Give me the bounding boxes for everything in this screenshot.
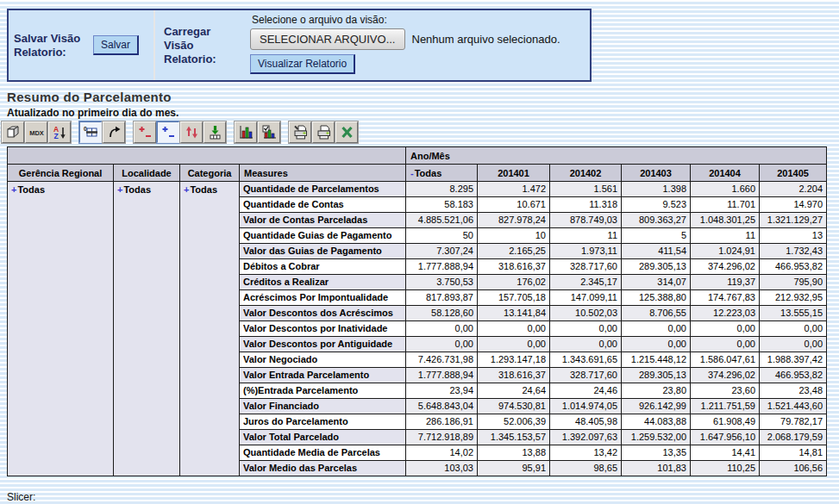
value-cell: 7.426.731,98	[406, 352, 478, 368]
column-header-201403[interactable]: 201403	[622, 165, 691, 182]
value-cell: 809.363,27	[622, 213, 691, 228]
value-cell: 10.502,03	[550, 306, 622, 321]
sort-icon: AZ	[52, 124, 68, 140]
value-cell: 0,00	[691, 321, 760, 337]
value-cell: 98,65	[550, 461, 622, 476]
show-empty-button[interactable]: 0	[79, 121, 102, 143]
save-view-section: Salvar Visão Relatorio: Salvar	[9, 10, 153, 80]
value-cell: 48.405,98	[550, 414, 622, 430]
value-cell: 0,00	[406, 337, 478, 352]
page: Salvar Visão Relatorio: Salvar Carregar …	[0, 0, 839, 504]
measure-label-cell: Valor das Guias de Pagamento	[240, 244, 406, 259]
value-cell: 13,42	[550, 445, 622, 461]
member-label: Todas	[123, 184, 151, 195]
svg-text:0: 0	[84, 126, 87, 132]
value-cell: 7.712.918,89	[406, 430, 478, 445]
drill-through-button[interactable]	[203, 121, 226, 143]
column-header-201402[interactable]: 201402	[550, 165, 622, 182]
swap-axes-button[interactable]	[103, 121, 125, 143]
value-cell: 61.908,49	[691, 414, 760, 430]
value-cell: 0,00	[691, 337, 760, 352]
value-cell: 1.521.443,60	[760, 399, 827, 414]
dimension-member-cell-2[interactable]: +Todas	[180, 182, 240, 476]
print-button[interactable]	[312, 121, 335, 143]
value-cell: 9.523	[622, 197, 691, 213]
toolbar-group: MDXAZ	[2, 121, 72, 143]
value-cell: 11	[691, 228, 760, 244]
svg-text:Z: Z	[53, 132, 58, 140]
value-cell: 13	[760, 228, 827, 244]
value-cell: 95,91	[478, 461, 550, 476]
select-file-button[interactable]: SELECIONAR ARQUIVO...	[250, 28, 405, 50]
value-cell: 0,00	[622, 337, 691, 352]
slicer-label: Slicer:	[7, 491, 35, 503]
save-button[interactable]: Salvar	[93, 35, 139, 55]
export-excel-icon	[339, 124, 355, 140]
column-header-201404[interactable]: 201404	[691, 165, 760, 182]
mdx-button[interactable]: MDX	[25, 121, 47, 143]
value-cell: 1.660	[691, 182, 760, 197]
value-cell: 0,00	[406, 321, 478, 337]
value-cell: 827.978,24	[478, 213, 550, 228]
value-cell: 147.099,11	[550, 290, 622, 306]
export-excel-button[interactable]	[335, 121, 358, 143]
olap-navigator-button[interactable]	[2, 121, 24, 143]
measure-label-cell: Créditos a Realizar	[240, 275, 406, 290]
measure-label-cell: Juros do Parcelamento	[240, 414, 406, 430]
value-cell: 2.204	[760, 182, 827, 197]
value-cell: 974.530,81	[478, 399, 550, 414]
value-cell: 1.259.532,00	[622, 430, 691, 445]
print-config-button[interactable]	[289, 121, 311, 143]
drill-position-icon	[160, 124, 177, 140]
value-cell: 2.165,25	[478, 244, 550, 259]
drill-through-icon	[207, 124, 223, 140]
toolbar-group	[289, 121, 359, 143]
expand-icon[interactable]: +	[11, 184, 16, 195]
value-cell: 11	[550, 228, 622, 244]
value-cell: 0,00	[550, 337, 622, 352]
view-report-button[interactable]: Visualizar Relatorio	[250, 54, 355, 74]
value-cell: 1.586.047,61	[691, 352, 760, 368]
value-cell: 318.616,37	[478, 368, 550, 383]
value-cell: 119,37	[691, 275, 760, 290]
collapse-icon[interactable]: -	[410, 168, 414, 178]
value-cell: 14,41	[691, 445, 760, 461]
value-cell: 289.305,13	[622, 368, 691, 383]
value-cell: 58.183	[406, 197, 478, 213]
toolbar-group	[235, 121, 281, 143]
chart-config-button[interactable]	[258, 121, 280, 143]
measure-label-cell: Valor Descontos por Inatividade	[240, 321, 406, 337]
column-header-Todas[interactable]: -Todas	[406, 165, 478, 182]
drill-member-button[interactable]	[134, 121, 156, 143]
page-title: Resumo do Parcelamento	[7, 90, 172, 104]
value-cell: 7.307,24	[406, 244, 478, 259]
mdx-icon: MDX	[28, 124, 45, 140]
value-cell: 0,00	[622, 321, 691, 337]
column-header-201405[interactable]: 201405	[760, 165, 827, 182]
measure-label-cell: Quantidade Guias de Pagamento	[240, 228, 406, 244]
report-subtitle: Atualizado no primeiro dia do mes.	[7, 107, 178, 119]
print-config-icon	[292, 124, 309, 140]
dim-header-1: Localidade	[114, 165, 180, 182]
expand-icon[interactable]: +	[184, 184, 189, 195]
value-cell: 106,56	[760, 461, 827, 476]
value-cell: 11.701	[691, 197, 760, 213]
sort-button[interactable]: AZ	[48, 121, 71, 143]
drill-replace-button[interactable]	[180, 121, 203, 143]
measure-label-cell: Acréscimos Por Impontualidade	[240, 290, 406, 306]
value-cell: 157.705,18	[478, 290, 550, 306]
dimension-member-cell-1[interactable]: +Todas	[114, 182, 180, 476]
olap-navigator-icon	[5, 124, 22, 140]
drill-position-button[interactable]	[157, 121, 179, 143]
value-cell: 14.970	[760, 197, 827, 213]
value-cell: 58.128,60	[406, 306, 478, 321]
chart-button[interactable]	[235, 121, 257, 143]
value-cell: 50	[406, 228, 478, 244]
expand-icon[interactable]: +	[117, 184, 122, 195]
column-header-201401[interactable]: 201401	[478, 165, 550, 182]
load-view-section: Carregar Visão Relatorio: Selecione o ar…	[155, 10, 590, 80]
value-cell: 1.321.129,27	[760, 213, 827, 228]
value-cell: 1.343.691,65	[550, 352, 622, 368]
file-status-text: Nenhum arquivo selecionado.	[412, 33, 560, 46]
dimension-member-cell-0[interactable]: +Todas	[8, 182, 114, 476]
